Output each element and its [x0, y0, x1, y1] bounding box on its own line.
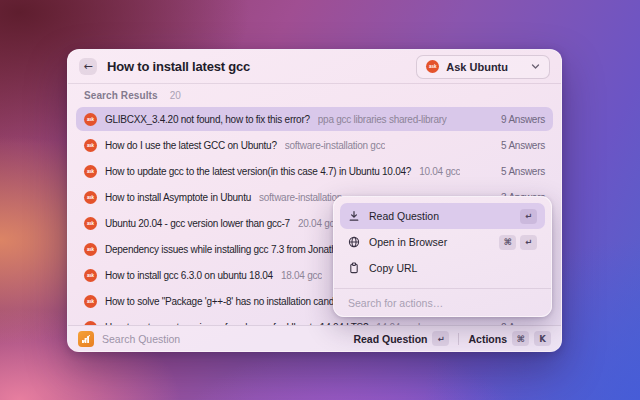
result-row[interactable]: ask How to update gcc to the latest vers… — [76, 159, 553, 183]
search-question-input[interactable]: Search Question — [102, 333, 180, 345]
result-title: How to update gcc to the latest version(… — [105, 166, 411, 177]
menu-divider — [334, 288, 551, 289]
ask-ubuntu-icon: ask — [84, 139, 97, 152]
menu-item-label: Read Question — [369, 210, 439, 222]
section-header: Search Results 20 — [68, 84, 561, 107]
section-label: Search Results — [84, 90, 158, 101]
back-arrow-icon: ← — [83, 60, 92, 73]
result-answers: 5 Answers — [501, 166, 545, 177]
result-tags: software-installation gcc — [285, 140, 385, 151]
result-row-selected[interactable]: ask GLIBCXX_3.4.20 not found, how to fix… — [76, 107, 553, 131]
result-title: GLIBCXX_3.4.20 not found, how to fix thi… — [105, 114, 310, 125]
k-key-icon: K — [534, 331, 551, 346]
actions-button[interactable]: Actions — [468, 333, 507, 345]
result-title: Ubuntu 20.04 - gcc version lower than gc… — [105, 218, 290, 229]
result-tags: software-installation — [259, 192, 342, 203]
result-title: How to solve "Package 'g++-8' has no ins… — [105, 296, 336, 307]
actions-popup-menu: Read Question ↵ Open in Browser ⌘ ↵ — [333, 196, 552, 317]
result-tags: 18.04 gcc — [281, 270, 322, 281]
result-title: How to install gcc 6.3.0 on ubuntu 18.04 — [105, 270, 273, 281]
result-title: Dependency issues while installing gcc 7… — [105, 244, 342, 255]
result-row[interactable]: ask How do I use the latest GCC on Ubunt… — [76, 133, 553, 157]
command-key-icon: ⌘ — [499, 235, 516, 250]
chevron-down-icon — [531, 62, 540, 71]
bottom-action-bar: Search Question Read Question ↵ Actions … — [68, 325, 561, 351]
ask-ubuntu-icon: ask — [84, 217, 97, 230]
result-answers: 5 Answers — [501, 140, 545, 151]
result-title: How to install Asymptote in Ubuntu — [105, 192, 251, 203]
ask-ubuntu-icon: ask — [84, 165, 97, 178]
raycast-window: ← How to install latest gcc ask Ask Ubun… — [67, 49, 562, 352]
source-dropdown[interactable]: ask Ask Ubuntu — [416, 55, 550, 79]
menu-item-open-in-browser[interactable]: Open in Browser ⌘ ↵ — [340, 229, 545, 255]
bottom-bar-actions: Read Question ↵ Actions ⌘ K — [353, 331, 551, 346]
return-key-icon: ↵ — [520, 235, 537, 250]
menu-item-read-question[interactable]: Read Question ↵ — [340, 203, 545, 229]
menu-item-label: Copy URL — [369, 262, 417, 274]
ask-ubuntu-icon: ask — [84, 295, 97, 308]
return-key-icon: ↵ — [432, 331, 449, 346]
result-tags: ppa gcc libraries shared-library — [318, 114, 447, 125]
ask-ubuntu-icon: ask — [84, 269, 97, 282]
clipboard-icon — [348, 262, 360, 274]
page-title: How to install latest gcc — [107, 59, 250, 74]
result-answers: 9 Answers — [501, 114, 545, 125]
extension-icon — [78, 331, 94, 347]
globe-icon — [348, 236, 360, 248]
menu-item-shortcuts: ↵ — [520, 209, 537, 224]
section-count: 20 — [170, 90, 181, 101]
bottom-bar-divider — [458, 333, 459, 345]
download-icon — [348, 210, 360, 222]
menu-item-label: Open in Browser — [369, 236, 447, 248]
command-key-icon: ⌘ — [512, 331, 529, 346]
ask-ubuntu-icon: ask — [84, 243, 97, 256]
result-tags: 10.04 gcc — [419, 166, 460, 177]
actions-search-input[interactable]: Search for actions… — [334, 290, 551, 316]
return-key-icon: ↵ — [520, 209, 537, 224]
ask-ubuntu-icon: ask — [426, 60, 439, 73]
back-button[interactable]: ← — [79, 58, 97, 75]
result-title: How do I use the latest GCC on Ubuntu? — [105, 140, 277, 151]
ask-ubuntu-icon: ask — [84, 191, 97, 204]
primary-action-button[interactable]: Read Question — [353, 333, 427, 345]
source-dropdown-label: Ask Ubuntu — [446, 61, 508, 73]
actions-menu-items: Read Question ↵ Open in Browser ⌘ ↵ — [334, 197, 551, 287]
menu-item-shortcuts: ⌘ ↵ — [499, 235, 537, 250]
ask-ubuntu-icon: ask — [84, 113, 97, 126]
window-header: ← How to install latest gcc ask Ask Ubun… — [68, 50, 561, 84]
menu-item-copy-url[interactable]: Copy URL — [340, 255, 545, 281]
